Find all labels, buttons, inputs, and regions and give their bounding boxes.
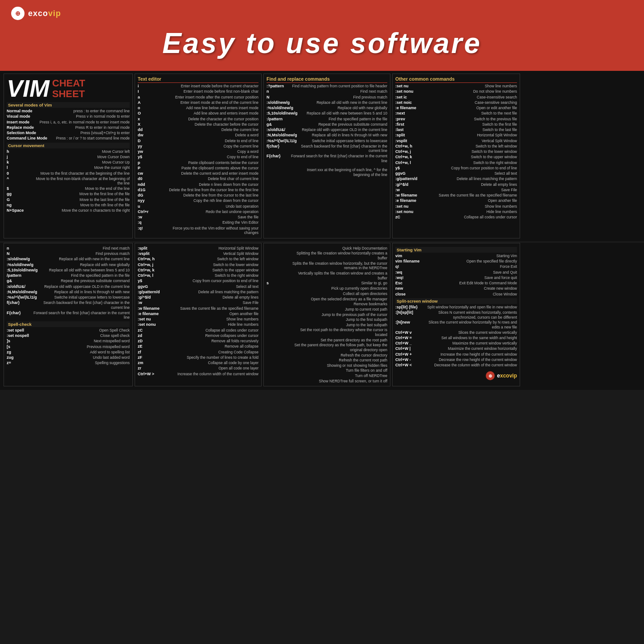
nerdtree-panel: Quick Help Documentation Splitting the f… xyxy=(263,243,390,387)
ss-ctrlw-lt: Ctrl+W <Decrease the column width of the… xyxy=(395,363,517,368)
cursor-dollar: $Move to the end of the line xyxy=(7,186,130,191)
nt-refresh-root: Refresh the current root path xyxy=(267,358,387,363)
bc2-ctrlw-gt: Ctrl+W >Increase the column width of the… xyxy=(138,372,258,377)
bc2-zC: zCCollapse all codes under cursor xyxy=(138,328,258,333)
starting-vim-title: Starting Vim xyxy=(395,247,517,253)
nt-open-dirs: Pick up currently open directories xyxy=(267,286,387,291)
fr-slash-pattern: :/patternFind the specified pattern in t… xyxy=(267,117,387,122)
cursor-caret: ^Move to the first non-blank character a… xyxy=(7,176,130,186)
sc-zg: zgAdd word to spelling list xyxy=(7,350,130,355)
bc2-w: :wSave File xyxy=(138,300,258,305)
cursor-k: kMove Cursor Up xyxy=(7,160,130,165)
sv-vim-file: vim filenameOpen the specified file dire… xyxy=(395,259,517,264)
oc-ydollar: y$Copy from cursor position to end of li… xyxy=(395,166,517,171)
nt-open-fm: Open the selected directory as a file ma… xyxy=(267,297,387,302)
cursor-gg: ggMove to the first line of the file xyxy=(7,192,130,197)
oc-cwj: Ctrl+w, jSwitch to the lower window xyxy=(395,149,517,154)
te-O: OAdd line above and enters insert mode xyxy=(138,111,258,116)
sc-set-spell: :set spellOpen Spell Check xyxy=(7,328,130,333)
fr-Fchar: F{char}Forward search for the first {cha… xyxy=(267,154,387,163)
te-nyy: nyyCopy the nth line down from the curso… xyxy=(138,198,258,203)
cursor-title: Cursor movement xyxy=(7,143,130,148)
bc1-NMs: :N,Ms/old/new/gReplace all old in lines … xyxy=(7,290,130,295)
bc2-zD: zDRemove all folds recursively xyxy=(138,339,258,344)
ss-ctrlw-pipe: Ctrl+W |Maximize the current window hori… xyxy=(395,346,517,351)
cursor-0: 0Move to the first character at the begi… xyxy=(7,171,130,176)
fr-n: nFind next match xyxy=(267,89,387,94)
fr-s-olu: :s/old\U&/Replace old with uppercase OLD… xyxy=(267,127,387,132)
fr-N: NFind previous match xyxy=(267,95,387,100)
text-editor-panel: Text editor iEnter insert mode before th… xyxy=(135,74,262,238)
spell-title: Spell-check xyxy=(7,321,130,327)
spell-check-panel: nFind next match NFind previous match :s… xyxy=(4,243,133,387)
sc-set-nospell: :set nospellClose spell check xyxy=(7,333,130,338)
vim-big-text: VIM xyxy=(7,76,49,100)
sv-wq: :wqSave and Quit xyxy=(395,270,517,275)
oc-setnonu: :set nonuDo not show line numbers xyxy=(395,89,517,94)
oc-setnonu2: :set nonuHide line numbers xyxy=(395,209,517,214)
te-dG: dGDelete the line from the cursor to the… xyxy=(138,193,258,198)
oc-ggvG: ggvGSelect all text xyxy=(395,171,517,176)
nt-set-parent-follow: Set the parent directory as the follow p… xyxy=(267,343,387,352)
oc-setnoic: :set noicCase-sensitive searching xyxy=(395,100,517,105)
nt-set-parent-root: Set the parent directory as the root pat… xyxy=(267,338,387,343)
oc-setnu2: :set nuShow line numbers xyxy=(395,204,517,209)
nt-set-root-cursor: Set the root path to the directory where… xyxy=(267,328,387,337)
te-x: xDelete the character at the cursor posi… xyxy=(138,117,258,122)
vim-panel: VIM CHEAT SHEET Several modes of Vim Nor… xyxy=(4,74,133,238)
nt-split-h: Splitting the file creation window horiz… xyxy=(267,251,387,260)
oc-prev: :prevSwitch to the previous file xyxy=(395,117,517,122)
bc2-setnonu: :set nonuHide line numbers xyxy=(138,322,258,327)
bc2-cwl: Ctrl+w, lSwitch to the right window xyxy=(138,273,258,278)
nt-jump-last: Jump to the last subpath xyxy=(267,323,387,328)
cursor-G: GMove to the last line of the file xyxy=(7,197,130,202)
te-p: pPaste clipboard contents below the curs… xyxy=(138,160,258,165)
bc2-zE: zERemove all collapse xyxy=(138,344,258,349)
text-editor-title: Text editor xyxy=(138,76,258,83)
sc-close-spell: ]sNext misspelled word xyxy=(7,339,130,344)
te-ydollar: y$Copy to end of line xyxy=(138,155,258,160)
bc2-gpd: :g/pattern/dDelete all lines matching th… xyxy=(138,290,258,295)
bc1-n: nFind next match xyxy=(7,246,130,251)
te-yw: ywCopy a word xyxy=(138,149,258,154)
fr-range-s: :5,10s/old/new/gReplace all old with new… xyxy=(267,111,387,116)
ss-Nsplit: :[N]sp[lit]Slices N current windows hori… xyxy=(395,310,517,320)
te-ndd: nddDelete n lines down from the cursor xyxy=(138,182,258,187)
te-d1G: d1GDelete the first line from the cursor… xyxy=(138,188,258,193)
nt-split-h2: Splits the file creation window horizont… xyxy=(267,261,387,271)
sheet-text: SHEET xyxy=(52,89,85,99)
nt-remove-bm: Remove bookmarks xyxy=(267,302,387,307)
logo-bottom-icon: ⊕ xyxy=(486,371,495,380)
fr-pct-sw: :%s/^\(\w\)\L\1/gSwitche initial upperca… xyxy=(267,139,387,144)
sv-vim: vimStarting Vim xyxy=(395,254,517,258)
sv-q-bang: q!Force Exit xyxy=(395,264,517,269)
fr-fchar: f{char}Search backward for the first {ch… xyxy=(267,144,387,153)
te-q: :qExiting the Vim Editor xyxy=(138,220,258,225)
bc2-g-emptyd: :g/^$/dDelete all empty lines xyxy=(138,295,258,300)
fr-pattern: :?patternFind matching pattern from curr… xyxy=(267,84,387,89)
bc1-s: :s/old/new/gReplace all old with new in … xyxy=(7,257,130,262)
logo-bottom-text: excovip xyxy=(497,373,517,379)
oc-setnu: :set nuShow line numbers xyxy=(395,84,517,89)
bc2-split: :splitHorizontal Split Window xyxy=(138,246,258,251)
ss-split-file: :sp[lit] {file}Split window horizontally… xyxy=(395,305,517,310)
te-yy: yyCopy the current line xyxy=(138,144,258,149)
oc-split: :splitHorizontal Split Window xyxy=(395,133,517,138)
oc-cwh: Ctrl+w, hSwitch to the left window xyxy=(395,144,517,149)
ss-ctrlwv: Ctrl+W vSlices the current window vertic… xyxy=(395,330,517,335)
find-replace-title: Find and replace commands xyxy=(267,76,387,83)
te-A: AEnter insert mode at the end of the cur… xyxy=(138,100,258,105)
mode-replace: Replace modePress R to enter in normal m… xyxy=(7,125,130,130)
bc2-cwk: Ctrl+w, kSwitch to the upper window xyxy=(138,268,258,273)
cheat-text: CHEAT xyxy=(52,78,85,89)
bc2-zF: zFSpecify the number of lines to create … xyxy=(138,355,258,360)
oc-efile: :e filenameOpen or edit another file xyxy=(395,106,517,111)
cursor-nspace: N+SpaceMove the cursor n characters to t… xyxy=(7,208,130,213)
oc-gpatternd: :g/pattern/dDelete all lines matching th… xyxy=(395,176,517,181)
split-title: Split-screen window xyxy=(395,298,517,304)
oc-cwl: Ctrl+w, lSwitch to the right window xyxy=(395,160,517,165)
te-cw: cwDelete the current word and enter inse… xyxy=(138,171,258,176)
sv-close: closeClose Window xyxy=(395,292,517,297)
cursor-ng: ngMove to the nth line of the file xyxy=(7,203,130,208)
bc2-ydollar: y$Copy from cursor position to end of li… xyxy=(138,279,258,283)
